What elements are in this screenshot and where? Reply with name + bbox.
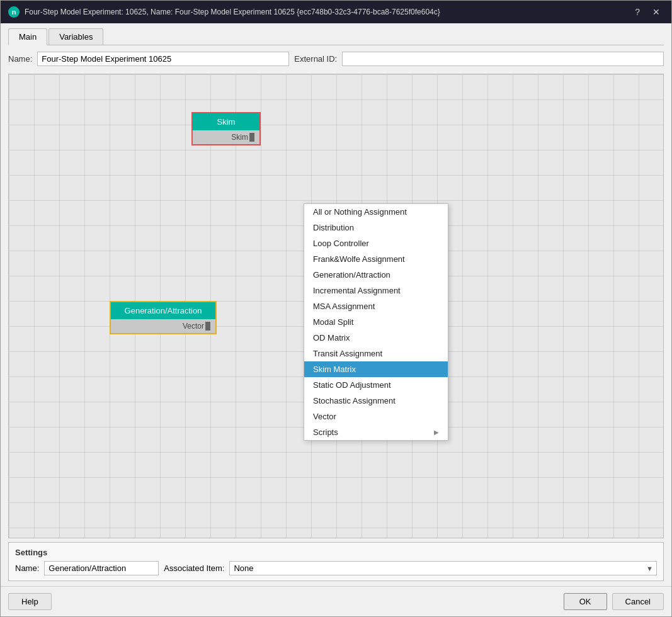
gen-node-port (205, 322, 210, 331)
menu-item-frank-wolfe[interactable]: Frank&Wolfe Assignment (304, 251, 448, 267)
canvas-area[interactable]: Skim Skim Generation/Attraction Vector (8, 74, 664, 538)
app-icon: n (8, 6, 20, 18)
skim-node-footer: Skim (193, 130, 259, 144)
menu-item-vector[interactable]: Vector (304, 409, 448, 424)
menu-item-stochastic[interactable]: Stochastic Assignment (304, 393, 448, 409)
help-button[interactable]: Help (8, 593, 52, 610)
settings-section: Settings Name: Associated Item: None ▼ (8, 542, 664, 581)
gen-node[interactable]: Generation/Attraction Vector (110, 301, 217, 334)
settings-row: Name: Associated Item: None ▼ (15, 561, 657, 575)
menu-item-msa[interactable]: MSA Assignment (304, 298, 448, 314)
skim-node-header: Skim (193, 113, 259, 130)
main-window: n Four-Step Model Experiment: 10625, Nam… (0, 0, 672, 617)
settings-name-label: Name: (15, 563, 39, 573)
gen-node-header: Generation/Attraction (111, 302, 215, 319)
menu-item-static-od[interactable]: Static OD Adjustment (304, 377, 448, 393)
assoc-wrapper: None ▼ (229, 561, 657, 575)
cancel-button[interactable]: Cancel (612, 593, 664, 610)
menu-item-skim-matrix[interactable]: Skim Matrix (304, 361, 448, 377)
tab-variables[interactable]: Variables (48, 28, 103, 45)
ok-button[interactable]: OK (564, 593, 607, 610)
gen-node-footer: Vector (111, 319, 215, 333)
skim-node[interactable]: Skim Skim (191, 112, 261, 145)
assoc-label: Associated Item: (164, 563, 224, 573)
tab-main[interactable]: Main (8, 28, 47, 45)
menu-item-all-or-nothing[interactable]: All or Nothing Assignment (304, 204, 448, 220)
external-id-label: External ID: (294, 54, 337, 64)
content-area: Main Variables Name: External ID: Skim (1, 23, 671, 586)
menu-item-modal-split[interactable]: Modal Split (304, 314, 448, 330)
window-controls: ? ✕ (631, 6, 664, 18)
help-titlebar-button[interactable]: ? (631, 6, 644, 18)
close-button[interactable]: ✕ (649, 6, 664, 18)
footer-right: OK Cancel (564, 593, 664, 610)
menu-item-transit[interactable]: Transit Assignment (304, 346, 448, 361)
name-label: Name: (8, 54, 32, 64)
titlebar: n Four-Step Model Experiment: 10625, Nam… (1, 1, 671, 23)
name-row: Name: External ID: (8, 52, 664, 66)
main-content: Skim Skim Generation/Attraction Vector (8, 74, 664, 581)
context-menu: All or Nothing Assignment Distribution L… (304, 203, 448, 441)
tab-bar: Main Variables (8, 28, 664, 45)
menu-item-od-matrix[interactable]: OD Matrix (304, 330, 448, 346)
menu-item-incremental[interactable]: Incremental Assignment (304, 283, 448, 298)
menu-item-distribution[interactable]: Distribution (304, 220, 448, 235)
menu-item-scripts[interactable]: Scripts (304, 424, 448, 440)
settings-name-input[interactable] (44, 561, 159, 575)
assoc-select[interactable]: None (229, 561, 657, 575)
menu-item-loop-controller[interactable]: Loop Controller (304, 235, 448, 251)
menu-item-generation[interactable]: Generation/Attraction (304, 267, 448, 283)
external-id-input[interactable] (342, 52, 664, 66)
skim-node-port (249, 133, 254, 142)
name-input[interactable] (37, 52, 289, 66)
titlebar-left: n Four-Step Model Experiment: 10625, Nam… (8, 6, 440, 18)
settings-label: Settings (15, 548, 657, 557)
footer: Help OK Cancel (1, 586, 671, 616)
window-title: Four-Step Model Experiment: 10625, Name:… (25, 8, 440, 16)
